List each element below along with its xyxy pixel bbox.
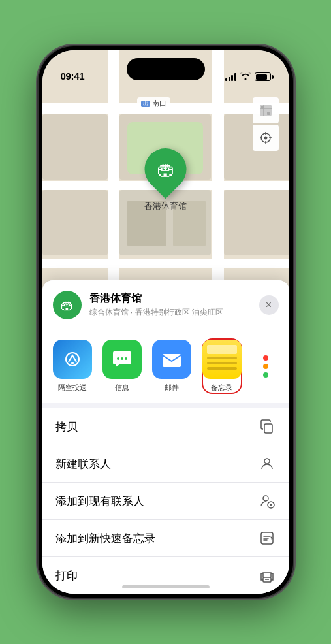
share-app-messages[interactable]: 信息 <box>102 340 142 393</box>
bottom-sheet: 🏟 香港体育馆 综合体育馆 · 香港特别行政区 油尖旺区 × <box>42 280 289 594</box>
close-button[interactable]: × <box>259 295 279 315</box>
action-list: 拷贝 新建联系人 <box>42 408 289 594</box>
notes-icon <box>202 340 242 379</box>
share-row: 隔空投送 信息 <box>42 329 289 408</box>
share-app-notes[interactable]: 备忘录 <box>202 338 242 394</box>
wifi-icon <box>240 72 251 82</box>
dynamic-island <box>127 58 205 80</box>
action-print-label: 打印 <box>55 568 78 583</box>
airdrop-label: 隔空投送 <box>58 383 87 393</box>
share-app-airdrop[interactable]: 隔空投送 <box>53 340 92 393</box>
phone-frame: 09:41 <box>39 46 293 598</box>
map-label-dot: 出 <box>141 101 150 107</box>
svg-point-13 <box>125 357 127 360</box>
svg-point-16 <box>264 459 270 464</box>
mail-label: 邮件 <box>165 383 179 393</box>
map-label-text: 南口 <box>152 99 166 108</box>
place-icon: 🏟 <box>53 291 82 319</box>
action-copy-label: 拷贝 <box>55 419 78 434</box>
location-button[interactable] <box>253 125 279 151</box>
location-pin-container: 🏟 香港体育馆 <box>144 148 187 212</box>
quick-notes-icon <box>258 529 276 547</box>
map-north-exit-label: 出 南口 <box>137 97 170 110</box>
battery-icon <box>255 72 271 81</box>
svg-point-17 <box>263 496 268 501</box>
person-add-icon <box>258 492 276 510</box>
home-indicator <box>122 585 210 588</box>
location-pin: 🏟 <box>136 140 195 199</box>
more-icon <box>253 340 279 393</box>
action-add-contact[interactable]: 添加到现有联系人 <box>42 483 289 520</box>
action-add-notes[interactable]: 添加到新快速备忘录 <box>42 520 289 557</box>
svg-point-10 <box>71 362 74 364</box>
copy-icon <box>258 417 276 436</box>
status-icons <box>225 72 271 82</box>
action-copy[interactable]: 拷贝 <box>42 408 289 445</box>
svg-point-4 <box>264 137 267 140</box>
signal-bars-icon <box>225 73 236 81</box>
svg-rect-1 <box>261 106 264 109</box>
messages-label: 信息 <box>115 383 129 393</box>
share-app-more[interactable] <box>253 340 279 393</box>
map-controls <box>253 97 279 152</box>
svg-point-11 <box>117 357 119 360</box>
notes-label: 备忘录 <box>211 383 232 393</box>
place-info: 🏟 香港体育馆 综合体育馆 · 香港特别行政区 油尖旺区 <box>53 291 223 319</box>
share-app-mail[interactable]: 邮件 <box>152 340 191 393</box>
place-text: 香港体育馆 综合体育馆 · 香港特别行政区 油尖旺区 <box>89 292 223 318</box>
printer-icon <box>258 566 276 585</box>
airdrop-icon <box>53 340 92 379</box>
action-add-notes-label: 添加到新快速备忘录 <box>55 531 155 546</box>
person-icon <box>258 455 276 473</box>
action-new-contact[interactable]: 新建联系人 <box>42 445 289 483</box>
status-time: 09:41 <box>61 71 85 82</box>
svg-point-12 <box>121 357 123 360</box>
mail-icon <box>152 340 191 379</box>
messages-icon <box>102 340 142 379</box>
place-subtitle: 综合体育馆 · 香港特别行政区 油尖旺区 <box>89 307 223 318</box>
sheet-header: 🏟 香港体育馆 综合体育馆 · 香港特别行政区 油尖旺区 × <box>42 280 289 329</box>
location-pin-label: 香港体育馆 <box>144 201 187 212</box>
action-new-contact-label: 新建联系人 <box>55 457 111 472</box>
phone-screen: 09:41 <box>42 50 289 594</box>
svg-rect-2 <box>267 112 270 115</box>
map-type-button[interactable] <box>253 97 279 123</box>
action-add-contact-label: 添加到现有联系人 <box>55 494 144 509</box>
place-name: 香港体育馆 <box>89 292 223 306</box>
svg-rect-15 <box>264 424 272 433</box>
